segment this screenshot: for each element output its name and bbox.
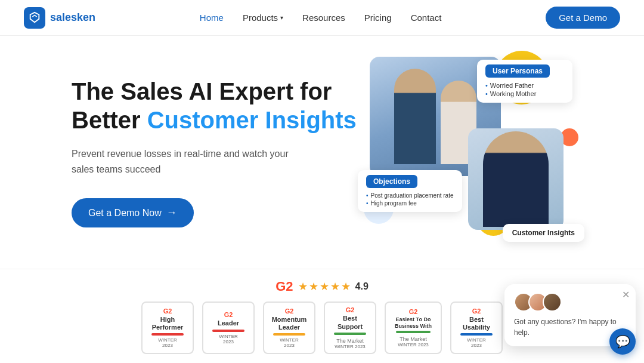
rating-number: 4.9 bbox=[355, 281, 369, 292]
logo-text: salesken bbox=[50, 11, 95, 24]
badge-best-usability: G2 BestUsability WINTER2023 bbox=[450, 302, 503, 354]
nav-cta-button[interactable]: Get a Demo bbox=[546, 7, 620, 29]
hero-title-highlight: Customer Insights bbox=[147, 107, 357, 133]
badge-bar-4 bbox=[334, 333, 366, 335]
chat-avatar-3 bbox=[543, 293, 562, 312]
star-3: ★ bbox=[320, 280, 329, 293]
chat-avatars bbox=[514, 293, 626, 312]
chat-bubble-button[interactable]: 💬 bbox=[609, 328, 636, 355]
badge-bar-2 bbox=[212, 330, 244, 332]
card-customer-insights: Customer Insights bbox=[503, 224, 584, 242]
badge-bar-6 bbox=[460, 333, 492, 336]
navigation: salesken Home Products ▾ Resources Prici… bbox=[0, 0, 644, 36]
badge-high-performer: G2 HighPerformer WINTER2023 bbox=[141, 302, 194, 354]
chat-bubble-icon: 💬 bbox=[615, 334, 630, 349]
user-personas-label: User Personas bbox=[485, 64, 550, 78]
nav-link-contact[interactable]: Contact bbox=[411, 13, 442, 23]
hero-section: The Sales AI Expert for Better Customer … bbox=[0, 36, 644, 269]
nav-links: Home Products ▾ Resources Pricing Contac… bbox=[200, 13, 441, 23]
hero-visual: User Personas •Worried Father •Working M… bbox=[358, 45, 596, 260]
nav-link-products[interactable]: Products ▾ bbox=[243, 13, 283, 23]
objections-label: Objections bbox=[366, 175, 417, 188]
objection-item-1: •Post graduation placement rate bbox=[366, 192, 454, 199]
g2-logo: G2 bbox=[275, 279, 293, 294]
badge-bar-5 bbox=[396, 331, 431, 333]
persona-item-2: •Working Mother bbox=[485, 90, 564, 98]
hero-subtitle: Prevent revenue losses in real-time and … bbox=[72, 146, 298, 177]
badge-easiest-business: G2 Easiest To DoBusiness With The Market… bbox=[385, 302, 442, 354]
hero-content: The Sales AI Expert for Better Customer … bbox=[72, 77, 358, 227]
badge-momentum-leader: G2 MomentumLeader WINTER2023 bbox=[263, 302, 315, 354]
badge-bar-1 bbox=[151, 333, 183, 336]
star-1: ★ bbox=[298, 280, 308, 293]
products-dropdown-icon: ▾ bbox=[280, 14, 283, 21]
nav-link-pricing[interactable]: Pricing bbox=[364, 13, 392, 23]
hero-cta-button[interactable]: Get a Demo Now → bbox=[72, 198, 194, 227]
logo-icon bbox=[24, 7, 45, 29]
badge-bar-3 bbox=[273, 333, 305, 336]
star-4: ★ bbox=[330, 280, 340, 293]
hero-photo-secondary bbox=[468, 128, 564, 230]
badge-leader: G2 Leader WINTER2023 bbox=[202, 302, 255, 354]
card-user-personas: User Personas •Worried Father •Working M… bbox=[477, 60, 572, 103]
star-2: ★ bbox=[309, 280, 318, 293]
badges-row: G2 HighPerformer WINTER2023 G2 Leader WI… bbox=[141, 302, 503, 354]
rating-row: G2 ★ ★ ★ ★ ★ 4.9 bbox=[275, 279, 369, 294]
hero-title: The Sales AI Expert for Better Customer … bbox=[72, 77, 358, 134]
persona-item-1: •Worried Father bbox=[485, 81, 564, 90]
arrow-icon: → bbox=[166, 207, 177, 219]
star-rating: ★ ★ ★ ★ ★ bbox=[298, 280, 351, 293]
badge-best-support: G2 BestSupport The Market WINTER 2023 bbox=[324, 302, 376, 354]
objection-item-2: •High program fee bbox=[366, 199, 454, 207]
nav-link-resources[interactable]: Resources bbox=[302, 13, 345, 23]
nav-link-home[interactable]: Home bbox=[200, 13, 224, 23]
card-objections: Objections •Post graduation placement ra… bbox=[358, 170, 462, 212]
star-half: ★ bbox=[341, 280, 351, 293]
chat-message: Got any questions? I'm happy to help. bbox=[514, 316, 626, 338]
chat-close-button[interactable]: ✕ bbox=[622, 289, 630, 300]
logo[interactable]: salesken bbox=[24, 7, 95, 29]
